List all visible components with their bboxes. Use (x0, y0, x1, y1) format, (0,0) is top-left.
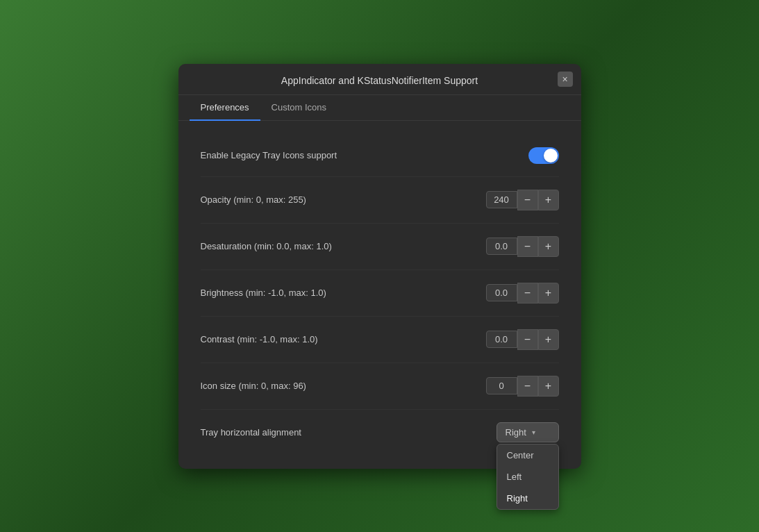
enable-legacy-tray-label: Enable Legacy Tray Icons support (201, 150, 337, 160)
desaturation-label: Desaturation (min: 0.0, max: 1.0) (201, 241, 332, 251)
tray-alignment-dropdown-wrapper: Right ▾ Center Left Right (497, 422, 559, 442)
dialog-title: AppIndicator and KStatusNotifierItem Sup… (281, 75, 478, 86)
contrast-stepper: 0.0 − + (486, 329, 559, 350)
setting-contrast: Contrast (min: -1.0, max: 1.0) 0.0 − + (201, 317, 559, 363)
contrast-label: Contrast (min: -1.0, max: 1.0) (201, 334, 318, 344)
opacity-increment-button[interactable]: + (538, 190, 559, 210)
setting-icon-size: Icon size (min: 0, max: 96) 0 − + (201, 363, 559, 410)
brightness-decrement-button[interactable]: − (517, 283, 538, 304)
desaturation-decrement-button[interactable]: − (517, 236, 538, 257)
outer-background: AppIndicator and KStatusNotifierItem Sup… (0, 0, 759, 532)
opacity-decrement-button[interactable]: − (517, 190, 538, 210)
dropdown-item-center[interactable]: Center (497, 444, 558, 466)
contrast-value: 0.0 (486, 331, 517, 348)
toggle-knob (544, 149, 558, 163)
desaturation-value: 0.0 (486, 238, 517, 255)
opacity-label: Opacity (min: 0, max: 255) (201, 194, 306, 205)
chevron-down-icon: ▾ (532, 429, 535, 436)
brightness-value: 0.0 (486, 284, 517, 301)
desaturation-stepper: 0.0 − + (486, 236, 559, 257)
opacity-value: 240 (486, 191, 517, 208)
dropdown-item-left[interactable]: Left (497, 466, 558, 488)
icon-size-label: Icon size (min: 0, max: 96) (201, 381, 306, 391)
icon-size-value: 0 (486, 377, 517, 394)
icon-size-decrement-button[interactable]: − (517, 376, 538, 397)
contrast-increment-button[interactable]: + (538, 329, 559, 350)
setting-brightness: Brightness (min: -1.0, max: 1.0) 0.0 − + (201, 270, 559, 317)
icon-size-increment-button[interactable]: + (538, 376, 559, 397)
enable-legacy-tray-controls (528, 147, 559, 164)
preferences-content: Enable Legacy Tray Icons support Opacity… (178, 121, 581, 469)
tray-alignment-label: Tray horizontal alignment (201, 427, 301, 438)
opacity-stepper: 240 − + (486, 190, 559, 210)
close-button[interactable]: × (558, 72, 573, 87)
tray-alignment-selected-value: Right (506, 427, 526, 438)
brightness-increment-button[interactable]: + (538, 283, 559, 304)
brightness-stepper: 0.0 − + (486, 283, 559, 304)
tab-preferences[interactable]: Preferences (190, 95, 260, 121)
brightness-label: Brightness (min: -1.0, max: 1.0) (201, 288, 326, 298)
setting-enable-legacy-tray: Enable Legacy Tray Icons support (201, 135, 559, 177)
dropdown-item-right[interactable]: Right (497, 488, 558, 509)
tray-alignment-dropdown-menu: Center Left Right (497, 444, 559, 510)
setting-opacity: Opacity (min: 0, max: 255) 240 − + (201, 177, 559, 224)
setting-desaturation: Desaturation (min: 0.0, max: 1.0) 0.0 − … (201, 224, 559, 270)
tabs-bar: Preferences Custom Icons (178, 95, 581, 121)
setting-tray-alignment: Tray horizontal alignment Right ▾ Center… (201, 410, 559, 455)
icon-size-stepper: 0 − + (486, 376, 559, 397)
contrast-decrement-button[interactable]: − (517, 329, 538, 350)
enable-legacy-tray-toggle[interactable] (528, 147, 559, 164)
dialog-header: AppIndicator and KStatusNotifierItem Sup… (178, 64, 581, 95)
tray-alignment-dropdown-button[interactable]: Right ▾ (497, 422, 559, 442)
desaturation-increment-button[interactable]: + (538, 236, 559, 257)
dialog: AppIndicator and KStatusNotifierItem Sup… (178, 64, 581, 469)
tab-custom-icons[interactable]: Custom Icons (260, 95, 337, 121)
